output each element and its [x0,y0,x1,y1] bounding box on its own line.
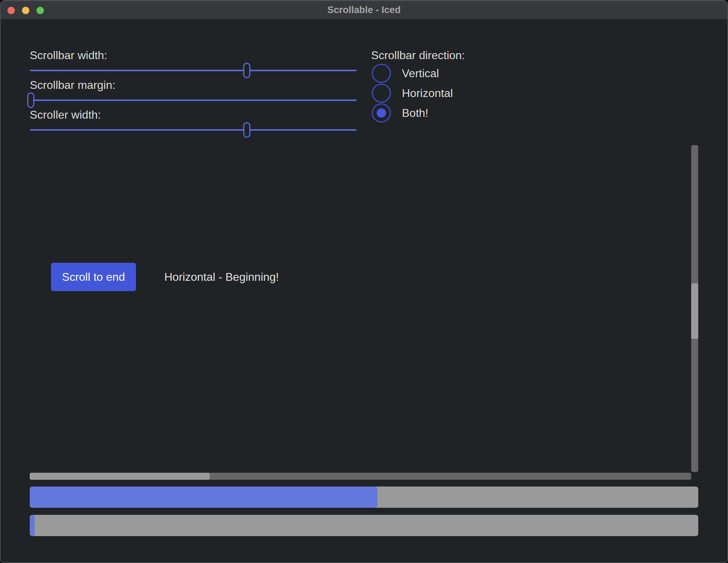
scrollbar-margin-slider[interactable] [30,92,357,108]
slider-handle[interactable] [243,63,250,78]
radio-horizontal[interactable]: Horizontal [372,84,453,103]
vertical-scrollbar-thumb[interactable] [691,283,698,339]
scroll-status-text: Horizontal - Beginning! [164,263,279,291]
scrollbar-width-slider[interactable] [30,63,357,78]
scroller-width-slider[interactable] [30,122,357,138]
scrollbar-width-label: Scrollbar width: [30,49,107,62]
slider-rail[interactable] [30,129,357,131]
window-titlebar[interactable]: Scrollable - Iced [1,1,727,19]
scroller-width-label: Scroller width: [30,108,101,121]
radio-circle-icon[interactable] [372,103,391,123]
radio-circle-icon[interactable] [372,84,391,103]
app-window: Scrollable - Iced Scrollbar width: Scrol… [0,0,728,563]
radio-vertical[interactable]: Vertical [372,64,439,83]
radio-circle-icon[interactable] [372,64,391,83]
slider-handle[interactable] [243,122,250,138]
progress-fill [30,487,377,508]
slider-handle[interactable] [27,92,34,108]
scrollbar-margin-label: Scrollbar margin: [30,79,115,92]
scroll-to-end-button[interactable]: Scroll to end [51,263,136,291]
scrollbar-direction-label: Scrollbar direction: [371,49,465,62]
window-title: Scrollable - Iced [1,1,727,19]
vertical-scrollbar-track[interactable] [691,145,698,472]
radio-label: Vertical [402,67,439,80]
horizontal-scrollbar-track[interactable] [30,473,691,480]
vertical-progress-bar [30,515,698,536]
horizontal-scrollbar-thumb[interactable] [30,473,210,480]
radio-label: Horizontal [402,87,453,100]
progress-fill [30,515,35,536]
radio-both[interactable]: Both! [372,103,428,123]
slider-rail[interactable] [30,70,357,71]
horizontal-progress-bar [30,487,698,508]
slider-rail[interactable] [30,99,357,101]
radio-label: Both! [402,107,428,120]
